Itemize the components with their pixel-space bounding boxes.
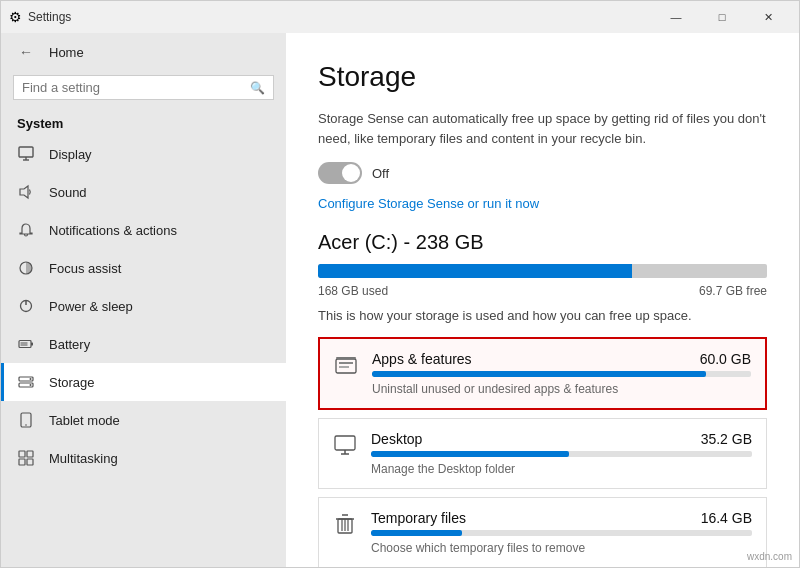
storage-bar-used xyxy=(318,264,632,278)
storage-item-header: Apps & features 60.0 GB xyxy=(372,351,751,367)
storage-bar xyxy=(318,264,767,278)
storage-item-name: Temporary files xyxy=(371,510,466,526)
sidebar-item-notifications[interactable]: Notifications & actions xyxy=(1,211,286,249)
sidebar-item-label: Multitasking xyxy=(49,451,118,466)
storage-item-temp[interactable]: Temporary files 16.4 GB Choose which tem… xyxy=(318,497,767,567)
home-label: Home xyxy=(49,45,84,60)
storage-item-desc: Manage the Desktop folder xyxy=(371,462,752,476)
main-panel: Storage Storage Sense can automatically … xyxy=(286,33,799,567)
svg-rect-23 xyxy=(336,357,356,359)
multitasking-icon xyxy=(17,449,35,467)
free-label: 69.7 GB free xyxy=(699,284,767,298)
sidebar-item-label: Battery xyxy=(49,337,90,352)
sidebar-item-multitasking[interactable]: Multitasking xyxy=(1,439,286,477)
svg-rect-9 xyxy=(21,342,28,346)
storage-info-text: This is how your storage is used and how… xyxy=(318,308,767,323)
sidebar-item-display[interactable]: Display xyxy=(1,135,286,173)
used-label: 168 GB used xyxy=(318,284,388,298)
storage-icon xyxy=(17,373,35,391)
sidebar: ← Home 🔍 System Display xyxy=(1,33,286,567)
minimize-button[interactable]: — xyxy=(653,1,699,33)
storage-item-content: Temporary files 16.4 GB Choose which tem… xyxy=(371,510,752,555)
storage-item-desc: Uninstall unused or undesired apps & fea… xyxy=(372,382,751,396)
toggle-label: Off xyxy=(372,166,389,181)
sound-icon xyxy=(17,183,35,201)
system-label: System xyxy=(1,108,286,135)
titlebar-title: Settings xyxy=(28,10,653,24)
settings-icon: ⚙ xyxy=(9,9,22,25)
watermark: wxdn.com xyxy=(747,551,792,562)
sidebar-item-label: Tablet mode xyxy=(49,413,120,428)
sidebar-item-home[interactable]: ← Home xyxy=(1,33,286,71)
tablet-icon xyxy=(17,411,35,429)
storage-item-bar-fill xyxy=(371,530,462,536)
sidebar-item-storage[interactable]: Storage xyxy=(1,363,286,401)
notifications-icon xyxy=(17,221,35,239)
search-icon: 🔍 xyxy=(250,81,265,95)
storage-items-list: Apps & features 60.0 GB Uninstall unused… xyxy=(318,337,767,567)
app-content: ← Home 🔍 System Display xyxy=(1,33,799,567)
storage-item-desc: Choose which temporary files to remove xyxy=(371,541,752,555)
storage-item-desktop[interactable]: Desktop 35.2 GB Manage the Desktop folde… xyxy=(318,418,767,489)
search-box[interactable]: 🔍 xyxy=(13,75,274,100)
desktop-icon xyxy=(333,433,357,457)
storage-item-name: Apps & features xyxy=(372,351,472,367)
storage-item-name: Desktop xyxy=(371,431,422,447)
svg-point-13 xyxy=(30,384,32,386)
storage-item-header: Temporary files 16.4 GB xyxy=(371,510,752,526)
storage-item-bar-fill xyxy=(372,371,706,377)
titlebar: ⚙ Settings — □ ✕ xyxy=(1,1,799,33)
settings-window: ⚙ Settings — □ ✕ ← Home 🔍 System xyxy=(0,0,800,568)
svg-point-12 xyxy=(30,378,32,380)
storage-item-size: 16.4 GB xyxy=(701,510,752,526)
storage-item-content: Apps & features 60.0 GB Uninstall unused… xyxy=(372,351,751,396)
storage-item-bar xyxy=(371,451,752,457)
svg-rect-8 xyxy=(31,343,33,346)
focus-icon xyxy=(17,259,35,277)
sidebar-item-focus[interactable]: Focus assist xyxy=(1,249,286,287)
window-controls: — □ ✕ xyxy=(653,1,791,33)
sidebar-item-label: Sound xyxy=(49,185,87,200)
storage-sense-toggle[interactable] xyxy=(318,162,362,184)
svg-rect-19 xyxy=(27,459,33,465)
close-button[interactable]: ✕ xyxy=(745,1,791,33)
sidebar-item-label: Focus assist xyxy=(49,261,121,276)
sidebar-item-tablet[interactable]: Tablet mode xyxy=(1,401,286,439)
svg-rect-22 xyxy=(339,366,349,368)
apps-icon xyxy=(334,353,358,377)
maximize-button[interactable]: □ xyxy=(699,1,745,33)
storage-item-bar xyxy=(372,371,751,377)
svg-marker-3 xyxy=(20,186,28,198)
display-icon xyxy=(17,145,35,163)
sidebar-item-label: Storage xyxy=(49,375,95,390)
power-icon xyxy=(17,297,35,315)
sidebar-item-power[interactable]: Power & sleep xyxy=(1,287,286,325)
storage-item-apps[interactable]: Apps & features 60.0 GB Uninstall unused… xyxy=(318,337,767,410)
sidebar-item-label: Display xyxy=(49,147,92,162)
back-icon: ← xyxy=(17,43,35,61)
storage-item-content: Desktop 35.2 GB Manage the Desktop folde… xyxy=(371,431,752,476)
battery-icon xyxy=(17,335,35,353)
page-title: Storage xyxy=(318,61,767,93)
svg-rect-16 xyxy=(19,451,25,457)
sidebar-item-sound[interactable]: Sound xyxy=(1,173,286,211)
storage-item-bar-fill xyxy=(371,451,569,457)
storage-item-header: Desktop 35.2 GB xyxy=(371,431,752,447)
svg-rect-17 xyxy=(27,451,33,457)
storage-labels: 168 GB used 69.7 GB free xyxy=(318,284,767,298)
configure-link[interactable]: Configure Storage Sense or run it now xyxy=(318,196,539,211)
sidebar-item-battery[interactable]: Battery xyxy=(1,325,286,363)
svg-point-15 xyxy=(25,424,27,426)
storage-item-bar xyxy=(371,530,752,536)
sidebar-item-label: Notifications & actions xyxy=(49,223,177,238)
drive-title: Acer (C:) - 238 GB xyxy=(318,231,767,254)
temp-icon xyxy=(333,512,357,536)
svg-rect-24 xyxy=(335,436,355,450)
storage-item-size: 60.0 GB xyxy=(700,351,751,367)
svg-rect-18 xyxy=(19,459,25,465)
svg-rect-21 xyxy=(339,362,353,364)
search-input[interactable] xyxy=(22,80,244,95)
storage-item-size: 35.2 GB xyxy=(701,431,752,447)
svg-rect-0 xyxy=(19,147,33,157)
storage-sense-toggle-row: Off xyxy=(318,162,767,184)
